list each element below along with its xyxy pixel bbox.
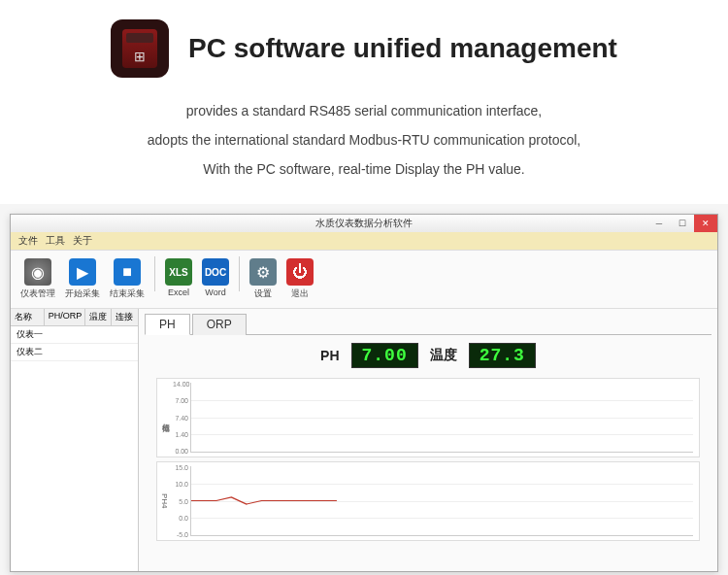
toolbar-word[interactable]: DOCWord	[200, 256, 231, 299]
menu-tools[interactable]: 工具	[46, 234, 65, 248]
settings-icon: ⚙	[249, 258, 277, 286]
minimize-button[interactable]: ─	[647, 215, 671, 232]
toolbar-separator	[154, 256, 155, 291]
sidebar-row[interactable]: 仪表一	[11, 326, 138, 344]
app-window: 水质仪表数据分析软件 ─ ☐ ✕ 文件 工具 关于 ◉仪表管理▶开始采集■结束采…	[10, 214, 718, 572]
hero-desc-line: provides a standard RS485 serial communi…	[39, 97, 689, 124]
toolbar-label: Word	[205, 288, 225, 297]
ph-value: 7.00	[351, 343, 418, 368]
toolbar-instrument-manage[interactable]: ◉仪表管理	[18, 256, 57, 302]
hero-title: PC software unified management	[188, 33, 617, 64]
tabs: PH ORP	[145, 313, 711, 335]
tab-orp[interactable]: ORP	[192, 314, 247, 335]
exit-icon: ⏻	[286, 258, 314, 286]
chart-yaxis: 14.00 7.00 7.40 1.40 0.00	[171, 379, 190, 457]
temp-value: 27.3	[469, 343, 536, 368]
chart-plot-top[interactable]	[190, 383, 693, 453]
toolbar-label: 仪表管理	[20, 288, 55, 300]
instrument-manage-icon: ◉	[24, 258, 51, 286]
toolbar-label: 设置	[254, 288, 272, 300]
word-icon: DOC	[202, 258, 229, 286]
toolbar-separator	[239, 256, 240, 291]
hero-desc-line: adopts the international standard Modbus…	[39, 126, 689, 153]
tab-ph[interactable]: PH	[145, 314, 190, 335]
app-calculator-icon	[111, 19, 169, 78]
toolbar-excel[interactable]: XLSExcel	[163, 256, 194, 299]
temp-label: 温度	[430, 347, 457, 364]
readout-row: PH 7.00 温度 27.3	[145, 343, 711, 368]
col-temp[interactable]: 温度	[85, 309, 112, 325]
hero-desc-line: With the PC software, real-time Display …	[39, 155, 689, 183]
window-controls: ─ ☐ ✕	[647, 215, 717, 232]
main-panel: PH ORP PH 7.00 温度 27.3 指标值 14.00 7.00 7.…	[139, 309, 717, 571]
window-title: 水质仪表数据分析软件	[315, 217, 413, 230]
chart-ylabel: PH4	[157, 462, 171, 540]
col-phorp[interactable]: PH/ORP	[45, 309, 85, 325]
toolbar: ◉仪表管理▶开始采集■结束采集XLSExcelDOCWord⚙设置⏻退出	[11, 251, 717, 309]
excel-icon: XLS	[165, 258, 192, 286]
window-titlebar[interactable]: 水质仪表数据分析软件 ─ ☐ ✕	[11, 215, 717, 232]
chart-ylabel: 指标值	[157, 379, 171, 457]
toolbar-label: 开始采集	[65, 288, 100, 300]
end-acquire-icon: ■	[114, 258, 141, 286]
chart-plot-bottom[interactable]	[190, 466, 693, 536]
toolbar-exit[interactable]: ⏻退出	[284, 256, 315, 302]
toolbar-label: Excel	[168, 288, 189, 297]
toolbar-end-acquire[interactable]: ■结束采集	[108, 256, 147, 302]
chart-top: 指标值 14.00 7.00 7.40 1.40 0.00	[156, 378, 700, 457]
sidebar: 名称 PH/ORP 温度 连接 仪表一 仪表二	[11, 309, 139, 571]
chart-yaxis: 15.0 10.0 5.0 0.0 -5.0	[171, 462, 190, 540]
hero-description: provides a standard RS485 serial communi…	[39, 97, 689, 183]
col-name[interactable]: 名称	[11, 309, 45, 325]
maximize-button[interactable]: ☐	[671, 215, 694, 232]
hero-title-row: PC software unified management	[39, 19, 689, 78]
col-conn[interactable]: 连接	[112, 309, 138, 325]
toolbar-start-acquire[interactable]: ▶开始采集	[63, 256, 102, 302]
content-area: 名称 PH/ORP 温度 连接 仪表一 仪表二 PH ORP PH 7.00 温…	[11, 309, 717, 571]
toolbar-label: 结束采集	[110, 288, 145, 300]
menu-file[interactable]: 文件	[18, 234, 38, 248]
ph-label: PH	[320, 348, 339, 363]
close-button[interactable]: ✕	[694, 215, 717, 232]
hero-section: PC software unified management provides …	[0, 0, 728, 204]
chart-bottom: PH4 15.0 10.0 5.0 0.0 -5.0	[156, 461, 700, 541]
sidebar-header: 名称 PH/ORP 温度 连接	[11, 309, 138, 326]
menu-about[interactable]: 关于	[73, 234, 92, 248]
start-acquire-icon: ▶	[69, 258, 96, 286]
menubar: 文件 工具 关于	[11, 232, 717, 251]
toolbar-label: 退出	[291, 288, 309, 300]
sidebar-row[interactable]: 仪表二	[11, 344, 138, 361]
toolbar-settings[interactable]: ⚙设置	[248, 256, 279, 302]
